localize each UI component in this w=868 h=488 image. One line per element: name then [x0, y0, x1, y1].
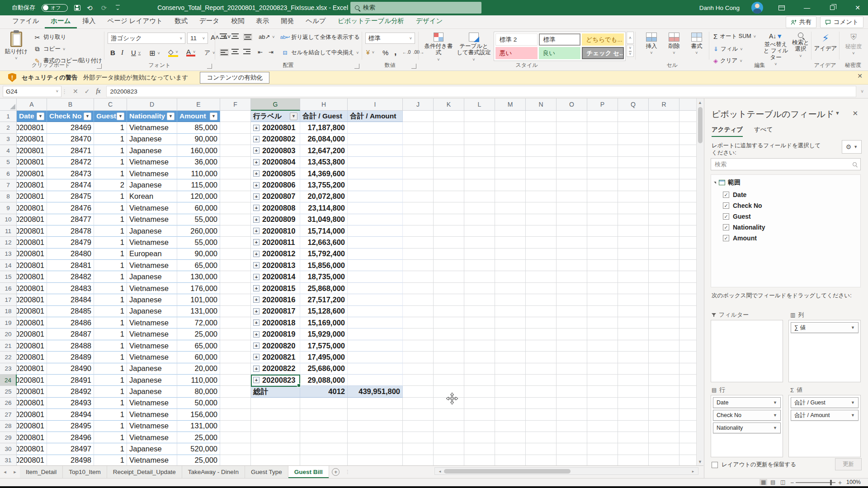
field-item-Guest[interactable]: ✓Guest [713, 211, 859, 222]
pivot-filter-dropdown-icon[interactable]: ▼ [290, 113, 297, 120]
column-header-L[interactable]: L [464, 99, 495, 111]
range-tree-item[interactable]: 範囲 [713, 178, 859, 189]
cell-Q22[interactable] [618, 352, 649, 363]
cell-Q7[interactable] [618, 179, 649, 191]
cell-S20[interactable] [679, 328, 696, 340]
cell-S7[interactable] [679, 179, 696, 191]
cell-A27[interactable]: 20200801 [17, 409, 47, 420]
cell-M21[interactable] [495, 340, 526, 352]
cell-H15[interactable]: 18,735,000 [300, 271, 348, 282]
filter-dropdown-icon[interactable]: ▼ [117, 113, 124, 120]
cell-F3[interactable] [220, 134, 251, 145]
cell-Q10[interactable] [618, 214, 649, 225]
cell-F29[interactable] [220, 432, 251, 443]
expand-icon[interactable]: + [253, 147, 259, 154]
cell-R23[interactable] [649, 363, 679, 375]
cell-Q31[interactable] [618, 455, 649, 465]
cell-M29[interactable] [495, 432, 526, 443]
cell-A7[interactable]: 20200801 [17, 179, 47, 191]
cell-G4[interactable]: +20200803 [251, 145, 300, 156]
cell-E15[interactable]: 130,000 [177, 271, 220, 282]
cell-P13[interactable] [587, 249, 618, 260]
cell-B20[interactable]: 28487 [47, 328, 94, 340]
bold-button[interactable]: B [110, 49, 115, 56]
cell-N6[interactable] [526, 168, 557, 179]
cell-Q2[interactable] [618, 122, 649, 133]
delete-cells-button[interactable]: 削除˅ [664, 33, 684, 56]
cell-A18[interactable]: 20200801 [17, 306, 47, 317]
font-name-select[interactable]: 游ゴシック˅ [108, 33, 185, 44]
cell-D8[interactable]: Korean [127, 191, 177, 202]
cell-M18[interactable] [495, 306, 526, 317]
cell-style-チェック セ...[interactable]: チェック セ... [582, 47, 624, 59]
cell-C21[interactable]: 1 [94, 340, 127, 352]
align-bottom-icon[interactable] [243, 33, 252, 41]
ribbon-tab-データ[interactable]: データ [193, 14, 225, 28]
cell-E5[interactable]: 36,000 [177, 157, 220, 168]
cell-M1[interactable] [495, 111, 526, 122]
cell-H21[interactable]: 17,575,000 [300, 340, 348, 352]
align-center-icon[interactable] [231, 49, 239, 54]
cell-I16[interactable] [348, 283, 403, 294]
cell-D11[interactable]: Japanese [127, 225, 177, 237]
cell-O29[interactable] [557, 432, 587, 443]
cell-K16[interactable] [434, 283, 464, 294]
cell-O12[interactable] [557, 237, 587, 248]
cell-D15[interactable]: Japanese [127, 271, 177, 282]
values-area-box[interactable]: 合計 / Guest▼合計 / Amount▼ [788, 395, 861, 457]
row-header-24[interactable]: 24 [0, 375, 17, 386]
cell-I2[interactable] [348, 122, 403, 133]
cell-O3[interactable] [557, 134, 587, 145]
cell-K2[interactable] [434, 122, 464, 133]
cell-O26[interactable] [557, 398, 587, 409]
cell-A14[interactable]: 20200801 [17, 260, 47, 271]
insert-function-icon[interactable]: fx [96, 88, 100, 95]
font-color-icon[interactable]: A˅ [186, 48, 195, 56]
cell-J19[interactable] [403, 317, 434, 328]
cell-Q5[interactable] [618, 157, 649, 168]
cell-M17[interactable] [495, 294, 526, 305]
cell-S19[interactable] [679, 317, 696, 328]
cell-G13[interactable]: +20200812 [251, 249, 300, 260]
values-pill-合計 / Amount[interactable]: 合計 / Amount▼ [791, 410, 859, 421]
cell-I30[interactable] [348, 443, 403, 455]
paste-button[interactable]: 貼り付け˅ [5, 32, 28, 61]
cell-A16[interactable]: 20200801 [17, 283, 47, 294]
cell-C2[interactable]: 1 [94, 122, 127, 133]
cell-D25[interactable]: Japanese [127, 386, 177, 397]
cell-H18[interactable]: 15,128,600 [300, 306, 348, 317]
comments-button[interactable]: コメント [820, 16, 863, 28]
cell-I12[interactable] [348, 237, 403, 248]
cell-C30[interactable]: 1 [94, 443, 127, 455]
cell-D10[interactable]: Vietnamese [127, 214, 177, 225]
cell-I11[interactable] [348, 225, 403, 237]
cell-J4[interactable] [403, 145, 434, 156]
cell-P29[interactable] [587, 432, 618, 443]
cell-F26[interactable] [220, 398, 251, 409]
cell-J13[interactable] [403, 249, 434, 260]
expand-icon[interactable]: + [253, 182, 259, 188]
cell-M9[interactable] [495, 202, 526, 214]
cell-N26[interactable] [526, 398, 557, 409]
sheet-tab-Item_Detail[interactable]: Item_Detail [20, 466, 63, 478]
cell-R11[interactable] [649, 225, 679, 237]
cell-L12[interactable] [464, 237, 495, 248]
cell-A20[interactable]: 20200801 [17, 328, 47, 340]
cell-Q13[interactable] [618, 249, 649, 260]
cell-G25[interactable]: 総計 [251, 386, 300, 397]
cell-O20[interactable] [557, 328, 587, 340]
cell-Q16[interactable] [618, 283, 649, 294]
cell-L5[interactable] [464, 157, 495, 168]
cell-D5[interactable]: Vietnamese [127, 157, 177, 168]
expand-icon[interactable]: + [253, 354, 259, 360]
cell-D12[interactable]: Vietnamese [127, 237, 177, 248]
cell-D4[interactable]: Japanese [127, 145, 177, 156]
cell-C4[interactable]: 1 [94, 145, 127, 156]
cell-H3[interactable]: 26,084,000 [300, 134, 348, 145]
copy-button[interactable]: ⧉コピー˅ [33, 45, 65, 53]
cell-G7[interactable]: +20200806 [251, 179, 300, 191]
row-header-11[interactable]: 11 [0, 225, 17, 237]
expand-icon[interactable]: + [253, 377, 259, 383]
expand-icon[interactable]: + [253, 331, 259, 338]
cell-S16[interactable] [679, 283, 696, 294]
